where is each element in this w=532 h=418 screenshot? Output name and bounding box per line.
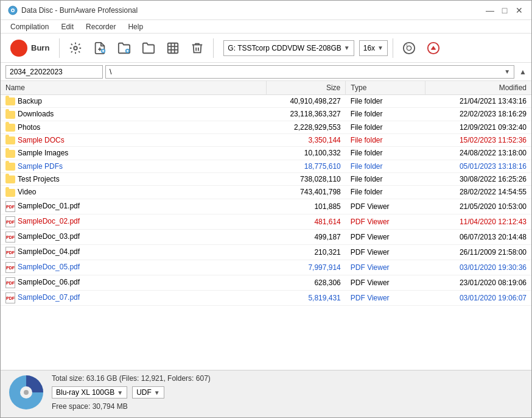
- status-bar: Total size: 63.16 GB (Files: 12,921, Fol…: [1, 370, 531, 417]
- table-row[interactable]: PDFSampleDoc_02.pdf 481,614 PDF Viewer 1…: [1, 214, 531, 229]
- table-row[interactable]: Backup 40,910,498,227 File folder 21/04/…: [1, 95, 531, 108]
- speed-selector[interactable]: 16x ▼: [359, 40, 388, 56]
- close-button[interactable]: ✕: [514, 5, 524, 15]
- file-name: PDFSampleDoc_07.pdf: [1, 290, 266, 305]
- status-row: Total size: 63.16 GB (Files: 12,921, Fol…: [8, 374, 524, 411]
- file-type: File folder: [346, 160, 425, 172]
- burn-icon: [10, 40, 27, 57]
- file-name: PDFSampleDoc_01.pdf: [1, 199, 266, 214]
- table-row[interactable]: Downloads 23,118,363,327 File folder 22/…: [1, 108, 531, 121]
- file-name: PDFSampleDoc_03.pdf: [1, 229, 266, 244]
- table-row[interactable]: PDFSampleDoc_05.pdf 7,997,914 PDF Viewer…: [1, 260, 531, 275]
- disc-type-selector[interactable]: Blu-ray XL 100GB ▼: [52, 386, 127, 399]
- table-row[interactable]: Sample DOCs 3,350,144 File folder 15/02/…: [1, 133, 531, 146]
- file-size: 499,187: [266, 229, 346, 244]
- add-files-button[interactable]: [89, 37, 111, 59]
- burn-label: Burn: [31, 43, 49, 52]
- table-row[interactable]: Sample PDFs 18,775,610 File folder 05/01…: [1, 160, 531, 172]
- add-disc-button[interactable]: [162, 37, 184, 59]
- table-row[interactable]: Test Projects 738,028,110 File folder 30…: [1, 172, 531, 185]
- file-type: File folder: [346, 133, 425, 146]
- file-name: Sample PDFs: [1, 160, 266, 172]
- file-name: PDFSampleDoc_02.pdf: [1, 214, 266, 229]
- table-row[interactable]: PDFSampleDoc_03.pdf 499,187 PDF Viewer 0…: [1, 229, 531, 244]
- folder-icon: [5, 97, 15, 105]
- path-dropdown-arrow: ▼: [504, 68, 510, 75]
- file-list-container[interactable]: Name Size Type Modified Backup 40,910,49…: [1, 81, 531, 370]
- svg-point-2: [12, 9, 14, 11]
- window-title: Data Disc - BurnAware Professional: [21, 6, 138, 15]
- filesystem-selector[interactable]: UDF ▼: [132, 386, 164, 399]
- disc-graphic: [8, 374, 44, 411]
- burn-button[interactable]: Burn: [5, 37, 54, 59]
- nav-up-button[interactable]: ▲: [519, 68, 527, 76]
- pdf-icon: PDF: [5, 201, 15, 212]
- drive-dropdown-arrow: ▼: [344, 44, 350, 51]
- table-row[interactable]: Video 743,401,798 File folder 28/02/2022…: [1, 186, 531, 199]
- title-bar-left: Data Disc - BurnAware Professional: [8, 5, 138, 15]
- menu-compilation[interactable]: Compilation: [5, 21, 54, 32]
- file-modified: 24/08/2022 13:18:00: [425, 147, 531, 160]
- table-row[interactable]: Photos 2,228,929,553 File folder 12/09/2…: [1, 121, 531, 133]
- svg-point-17: [404, 42, 415, 53]
- maximize-button[interactable]: □: [500, 5, 509, 15]
- file-type: PDF Viewer: [346, 214, 425, 229]
- filesystem-arrow: ▼: [154, 389, 160, 396]
- file-size: 10,100,332: [266, 147, 346, 160]
- file-type: PDF Viewer: [346, 244, 425, 260]
- file-type: File folder: [346, 108, 425, 121]
- menu-recorder[interactable]: Recorder: [81, 21, 121, 32]
- header-name[interactable]: Name: [1, 81, 266, 95]
- add-folder-icon: [117, 41, 131, 55]
- file-modified: 11/04/2020 12:12:43: [425, 214, 531, 229]
- address-bar: \ ▼ ▲: [1, 63, 531, 81]
- file-modified: 21/05/2020 10:53:00: [425, 199, 531, 214]
- toolbar: Burn: [1, 34, 531, 63]
- table-row[interactable]: Sample Images 10,100,332 File folder 24/…: [1, 147, 531, 160]
- create-folder-icon: [142, 41, 155, 55]
- project-name-input[interactable]: [5, 65, 103, 79]
- pdf-icon: PDF: [5, 247, 15, 258]
- add-folder-button[interactable]: [113, 37, 135, 59]
- file-modified: 03/01/2020 19:30:36: [425, 260, 531, 275]
- table-row[interactable]: PDFSampleDoc_01.pdf 101,885 PDF Viewer 2…: [1, 199, 531, 214]
- file-type: File folder: [346, 121, 425, 133]
- file-type: File folder: [346, 95, 425, 108]
- header-size[interactable]: Size: [266, 81, 346, 95]
- drive-select-container: G: TSSTcorp CDDVDW SE-208GB ▼: [223, 40, 354, 56]
- add-disc-icon: [166, 41, 180, 55]
- speed-dropdown-arrow: ▼: [377, 44, 383, 51]
- file-name: PDFSampleDoc_05.pdf: [1, 260, 266, 275]
- file-type: PDF Viewer: [346, 275, 425, 290]
- file-modified: 28/02/2022 14:54:55: [425, 186, 531, 199]
- settings-button[interactable]: [65, 37, 86, 59]
- svg-point-25: [24, 390, 29, 395]
- drive-selector[interactable]: G: TSSTcorp CDDVDW SE-208GB ▼: [223, 40, 354, 56]
- file-type: File folder: [346, 186, 425, 199]
- table-row[interactable]: PDFSampleDoc_07.pdf 5,819,431 PDF Viewer…: [1, 290, 531, 305]
- pdf-icon: PDF: [5, 232, 15, 243]
- minimize-button[interactable]: —: [485, 5, 495, 15]
- menu-help[interactable]: Help: [123, 21, 148, 32]
- file-size: 743,401,798: [266, 186, 346, 199]
- status-info: Total size: 63.16 GB (Files: 12,921, Fol…: [52, 374, 211, 411]
- table-row[interactable]: PDFSampleDoc_04.pdf 210,321 PDF Viewer 2…: [1, 244, 531, 260]
- create-folder-button[interactable]: [138, 37, 159, 59]
- folder-icon: [5, 124, 15, 132]
- menu-bar: Compilation Edit Recorder Help: [1, 20, 531, 34]
- file-modified: 15/02/2023 11:52:36: [425, 133, 531, 146]
- eject-button[interactable]: [422, 37, 444, 59]
- speed-value: 16x: [363, 44, 375, 52]
- disc-info-button[interactable]: i: [398, 37, 420, 59]
- delete-button[interactable]: [186, 37, 208, 59]
- file-modified: 05/01/2023 13:18:16: [425, 160, 531, 172]
- file-type: File folder: [346, 147, 425, 160]
- table-row[interactable]: PDFSampleDoc_06.pdf 628,306 PDF Viewer 2…: [1, 275, 531, 290]
- header-type[interactable]: Type: [346, 81, 425, 95]
- header-modified[interactable]: Modified: [425, 81, 531, 95]
- file-modified: 03/01/2020 19:06:07: [425, 290, 531, 305]
- file-name: Backup: [1, 95, 266, 108]
- menu-edit[interactable]: Edit: [56, 21, 79, 32]
- file-type: PDF Viewer: [346, 260, 425, 275]
- eject-icon: [427, 41, 440, 55]
